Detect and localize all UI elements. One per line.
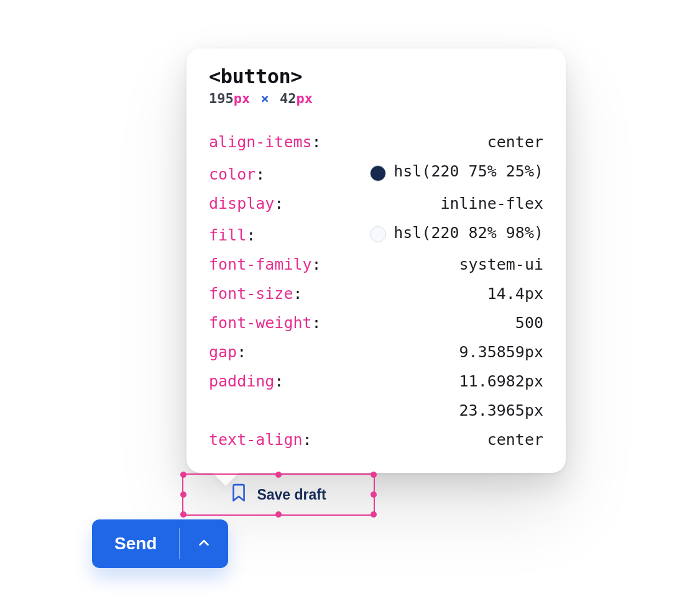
css-property-value: system-ui xyxy=(459,250,543,279)
send-options-toggle[interactable] xyxy=(180,519,228,568)
selection-handle[interactable] xyxy=(180,472,187,478)
css-property-name: font-family: xyxy=(209,250,321,279)
css-property-row: font-weight:500 xyxy=(209,308,543,337)
selection-handle[interactable] xyxy=(371,472,377,478)
send-button[interactable]: Send xyxy=(92,519,179,568)
css-property-row: fill:hsl(220 82% 98%) xyxy=(209,218,543,250)
save-draft-button[interactable]: Save draft xyxy=(183,475,374,514)
css-property-name: text-align: xyxy=(209,425,312,454)
css-property-row: align-items:center xyxy=(209,127,543,157)
selection-handle[interactable] xyxy=(180,491,187,498)
bookmark-icon xyxy=(231,483,247,506)
css-property-name: fill: xyxy=(209,221,256,250)
css-property-row: color:hsl(220 75% 25%) xyxy=(209,157,543,189)
css-property-list: align-items:centercolor:hsl(220 75% 25%)… xyxy=(209,127,543,454)
selection-handle[interactable] xyxy=(371,491,377,498)
css-property-value: hsl(220 75% 25%) xyxy=(370,157,543,186)
dimension-width-value: 195 xyxy=(209,91,234,106)
dimension-width-unit: px xyxy=(234,91,251,106)
save-draft-label: Save draft xyxy=(257,487,326,503)
css-property-row: display:inline-flex xyxy=(209,189,543,218)
inspected-tag-name: <button> xyxy=(209,65,543,88)
css-property-value: 500 xyxy=(515,308,543,337)
css-property-name: color: xyxy=(209,160,265,189)
css-property-value: center xyxy=(487,425,543,454)
send-button-group: Send xyxy=(92,519,228,568)
color-swatch xyxy=(370,165,386,181)
element-selection-outline: Save draft xyxy=(182,473,375,516)
css-property-row: font-family:system-ui xyxy=(209,250,543,279)
css-property-name: display: xyxy=(209,189,283,218)
css-property-name: font-size: xyxy=(209,279,303,308)
css-property-name: align-items: xyxy=(209,127,321,157)
css-property-name: font-weight: xyxy=(209,308,321,337)
css-property-value: 9.35859px xyxy=(459,337,543,367)
color-swatch xyxy=(370,226,386,242)
css-property-row: text-align:center xyxy=(209,425,543,454)
selection-handle[interactable] xyxy=(371,511,377,518)
dimension-separator: × xyxy=(259,91,272,106)
css-property-value: 11.6982px23.3965px xyxy=(459,367,543,425)
dimension-height-unit: px xyxy=(297,91,313,106)
dimension-height-value: 42 xyxy=(280,91,297,106)
css-inspector-tooltip: <button> 195px × 42px align-items:center… xyxy=(187,48,566,473)
css-property-value: hsl(220 82% 98%) xyxy=(370,218,543,247)
inspected-dimensions: 195px × 42px xyxy=(209,91,543,106)
chevron-up-icon xyxy=(197,536,211,552)
selection-handle[interactable] xyxy=(275,511,282,518)
selection-handle[interactable] xyxy=(180,511,187,518)
css-property-row: gap:9.35859px xyxy=(209,337,543,367)
css-property-value: center xyxy=(487,127,543,157)
css-property-row: padding:11.6982px23.3965px xyxy=(209,367,543,425)
css-property-value: inline-flex xyxy=(440,189,543,218)
css-property-value: 14.4px xyxy=(487,279,543,308)
send-button-label: Send xyxy=(114,534,157,554)
css-property-name: gap: xyxy=(209,337,246,367)
selection-handle[interactable] xyxy=(275,472,282,478)
css-property-name: padding: xyxy=(209,367,283,396)
css-property-row: font-size:14.4px xyxy=(209,279,543,308)
